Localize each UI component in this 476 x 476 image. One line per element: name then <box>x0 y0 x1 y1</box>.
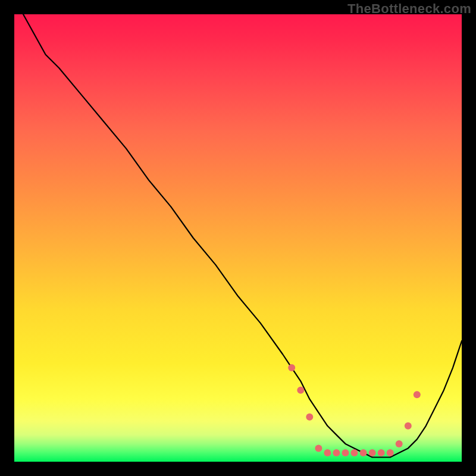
highlight-dot <box>369 449 376 456</box>
highlight-dot <box>333 449 340 456</box>
highlight-dot <box>414 391 421 398</box>
highlight-dot <box>405 422 412 430</box>
chart-frame: TheBottleneck.com <box>0 0 476 476</box>
highlight-dot <box>288 364 295 371</box>
highlight-dot <box>387 449 394 456</box>
highlight-dot <box>297 387 304 394</box>
chart-overlay <box>14 14 462 462</box>
bottleneck-curve-path <box>23 14 462 458</box>
highlight-dot <box>315 444 322 452</box>
highlight-dot <box>360 449 367 456</box>
highlight-dot <box>396 440 403 447</box>
watermark-text: TheBottleneck.com <box>347 1 471 17</box>
highlight-dot <box>351 449 358 456</box>
highlight-dot <box>342 449 349 456</box>
highlight-dot <box>306 414 313 421</box>
highlight-dot <box>378 449 385 456</box>
highlight-dot <box>324 449 331 456</box>
marker-group <box>288 364 421 456</box>
